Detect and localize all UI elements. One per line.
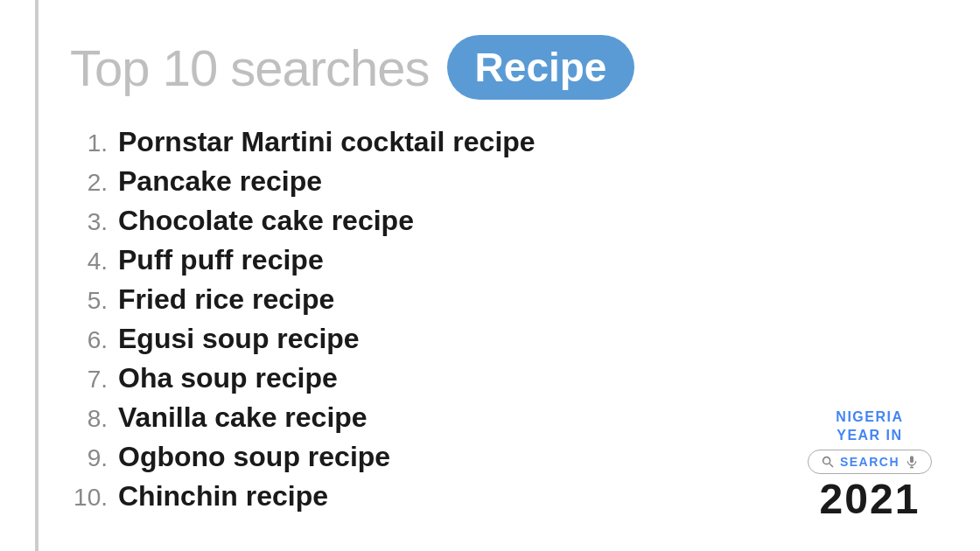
- list-item: 7.Oha soup recipe: [70, 362, 928, 394]
- list-item: 1.Pornstar Martini cocktail recipe: [70, 126, 928, 158]
- header-section: Top 10 searches Recipe: [52, 35, 928, 100]
- item-text: Ogbono soup recipe: [118, 441, 390, 473]
- recipe-badge: Recipe: [447, 35, 635, 100]
- branding-section: NIGERIA YEAR IN SEARCH 2021: [808, 408, 932, 520]
- item-text: Fried rice recipe: [118, 283, 334, 316]
- item-text: Egusi soup recipe: [118, 323, 360, 355]
- search-icon: [821, 455, 835, 469]
- year-label: 2021: [820, 478, 920, 520]
- item-text: Vanilla cake recipe: [118, 401, 368, 434]
- item-number: 9.: [70, 444, 118, 472]
- item-number: 7.: [70, 366, 118, 394]
- item-number: 5.: [70, 287, 118, 315]
- item-text: Pornstar Martini cocktail recipe: [118, 126, 536, 158]
- item-text: Pancake recipe: [118, 165, 322, 198]
- mic-icon: [905, 455, 919, 469]
- list-item: 2.Pancake recipe: [70, 165, 928, 198]
- svg-point-0: [823, 457, 830, 464]
- svg-rect-2: [910, 456, 914, 463]
- branding-line2: YEAR IN: [836, 428, 902, 443]
- item-text: Chocolate cake recipe: [118, 205, 414, 237]
- item-text: Puff puff recipe: [118, 244, 324, 276]
- list-item: 3.Chocolate cake recipe: [70, 205, 928, 237]
- list-item: 4.Puff puff recipe: [70, 244, 928, 276]
- list-item: 5.Fried rice recipe: [70, 283, 928, 316]
- item-number: 2.: [70, 169, 118, 197]
- item-number: 6.: [70, 326, 118, 354]
- list-item: 8.Vanilla cake recipe: [70, 401, 928, 434]
- page-title: Top 10 searches: [70, 38, 430, 97]
- branding-line1: NIGERIA: [836, 409, 903, 424]
- search-list: 1.Pornstar Martini cocktail recipe2.Panc…: [52, 126, 928, 520]
- main-container: Top 10 searches Recipe 1.Pornstar Martin…: [0, 0, 980, 551]
- search-bar-decoration: SEARCH: [808, 450, 932, 474]
- item-text: Chinchin recipe: [118, 480, 328, 513]
- item-number: 3.: [70, 208, 118, 236]
- list-item: 6.Egusi soup recipe: [70, 323, 928, 355]
- branding-top-text: NIGERIA YEAR IN: [836, 408, 903, 445]
- svg-line-1: [830, 464, 833, 467]
- list-item: 9.Ogbono soup recipe: [70, 441, 928, 473]
- item-text: Oha soup recipe: [118, 362, 338, 394]
- item-number: 10.: [70, 484, 118, 512]
- item-number: 8.: [70, 405, 118, 433]
- list-item: 10.Chinchin recipe: [70, 480, 928, 513]
- search-label: SEARCH: [840, 455, 900, 469]
- item-number: 1.: [70, 129, 118, 157]
- item-number: 4.: [70, 248, 118, 276]
- left-border-decoration: [35, 0, 38, 551]
